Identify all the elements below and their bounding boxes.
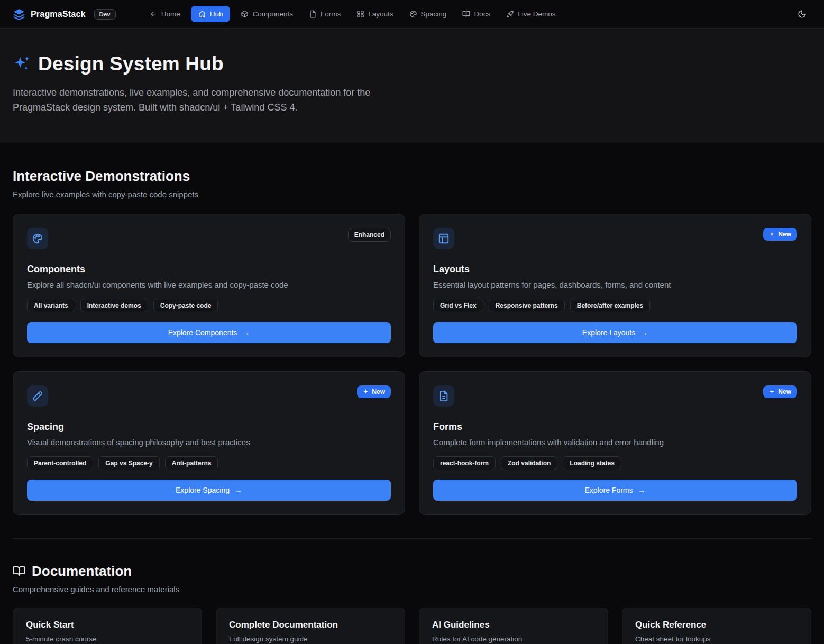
card-forms: New Forms Complete form implementations … [419,371,811,515]
card-title: Layouts [433,264,797,275]
explore-spacing-button[interactable]: Explore Spacing → [27,480,391,501]
home-icon [198,10,206,18]
new-badge: New [357,385,391,398]
docs-section: Documentation Comprehensive guides and r… [0,539,824,644]
explore-layouts-button[interactable]: Explore Layouts → [433,322,797,343]
tag: Responsive patterns [489,299,565,312]
tag: react-hook-form [433,456,496,470]
doc-card-title: AI Guidelines [432,620,595,630]
doc-card-ai-guidelines[interactable]: AI Guidelines Rules for AI code generati… [419,608,608,644]
tag-row: react-hook-form Zod validation Loading s… [433,456,797,470]
sparkle-icon [769,231,775,237]
ruler-icon [27,385,48,407]
nav-menu: Home Hub Components Forms Layouts Spacin… [144,6,792,22]
nav-item-layouts[interactable]: Layouts [351,6,398,22]
card-title: Components [27,264,391,275]
arrow-right-icon: → [242,328,250,337]
tag: Parent-controlled [27,456,93,470]
top-navbar: PragmaStack Dev Home Hub Components Form… [0,0,824,29]
doc-card-quick-reference[interactable]: Quick Reference Cheat sheet for lookups [622,608,811,644]
doc-card-title: Complete Documentation [229,620,392,630]
arrow-left-icon [150,10,158,18]
card-title: Spacing [27,421,391,433]
layers-logo-icon [13,8,25,21]
card-description: Explore all shadcn/ui components with li… [27,279,391,290]
tag-row: All variants Interactive demos Copy-past… [27,299,391,312]
demo-card-grid: Enhanced Components Explore all shadcn/u… [13,214,811,515]
doc-card-quick-start[interactable]: Quick Start 5-minute crash course [13,608,202,644]
card-description: Essential layout patterns for pages, das… [433,279,797,290]
demos-section: Interactive Demonstrations Explore live … [0,143,824,539]
tag: Gap vs Space-y [98,456,159,470]
demos-heading: Interactive Demonstrations [13,168,811,185]
nav-item-components[interactable]: Components [235,6,298,22]
docs-heading: Documentation [13,563,811,579]
card-description: Complete form implementations with valid… [433,437,797,448]
sparkle-icon [769,389,775,394]
brand-name: PragmaStack [31,10,86,19]
doc-card-title: Quick Reference [635,620,798,630]
docs-subheading: Comprehensive guides and reference mater… [13,585,811,594]
nav-item-docs[interactable]: Docs [457,6,496,22]
doc-card-complete-documentation[interactable]: Complete Documentation Full design syste… [216,608,405,644]
page-subtitle: Interactive demonstrations, live example… [13,86,415,115]
card-description: Visual demonstrations of spacing philoso… [27,437,391,448]
moon-icon [798,10,807,19]
doc-card-grid: Quick Start 5-minute crash course Comple… [13,608,811,644]
card-spacing: New Spacing Visual demonstrations of spa… [13,371,405,515]
nav-item-hub[interactable]: Hub [191,6,231,22]
tag: Before/after examples [570,299,650,312]
explore-forms-button[interactable]: Explore Forms → [433,480,797,501]
hero-section: Design System Hub Interactive demonstrat… [0,29,824,143]
nav-item-spacing[interactable]: Spacing [404,6,452,22]
new-badge: New [763,385,797,398]
tag: Grid vs Flex [433,299,483,312]
tag: Copy-paste code [153,299,218,312]
package-icon [241,10,249,18]
brand[interactable]: PragmaStack Dev [13,8,116,21]
tag-row: Parent-controlled Gap vs Space-y Anti-pa… [27,456,391,470]
doc-card-description: 5-minute crash course [26,635,189,643]
card-components: Enhanced Components Explore all shadcn/u… [13,214,405,357]
arrow-right-icon: → [234,485,242,494]
nav-item-forms[interactable]: Forms [304,6,346,22]
status-badge: Enhanced [348,228,391,242]
book-open-icon [13,565,25,577]
doc-card-description: Rules for AI code generation [432,635,595,643]
file-icon [309,10,317,18]
demos-subheading: Explore live examples with copy-paste co… [13,190,811,199]
doc-card-description: Cheat sheet for lookups [635,635,798,643]
card-title: Forms [433,421,797,433]
file-text-icon [433,385,454,407]
card-layouts: New Layouts Essential layout patterns fo… [419,214,811,357]
sparkle-icon [363,389,369,394]
tag: All variants [27,299,75,312]
layout-icon [433,228,454,249]
palette-icon [409,10,417,18]
tag: Loading states [563,456,621,470]
tag: Anti-patterns [165,456,218,470]
sparkles-icon [13,55,31,73]
palette-icon [27,228,48,249]
arrow-right-icon: → [638,485,646,494]
doc-card-title: Quick Start [26,620,189,630]
new-badge: New [763,228,797,241]
env-badge: Dev [94,9,116,20]
tag-row: Grid vs Flex Responsive patterns Before/… [433,299,797,312]
book-open-icon [462,10,470,18]
arrow-right-icon: → [640,328,648,337]
doc-card-description: Full design system guide [229,635,392,643]
theme-toggle-button[interactable] [792,5,811,24]
tag: Zod validation [501,456,557,470]
grid-icon [356,10,364,18]
nav-item-live-demos[interactable]: Live Demos [501,6,561,22]
rocket-icon [506,10,514,18]
explore-components-button[interactable]: Explore Components → [27,322,391,343]
page-title: Design System Hub [38,53,224,75]
tag: Interactive demos [80,299,148,312]
nav-item-home[interactable]: Home [144,6,186,22]
